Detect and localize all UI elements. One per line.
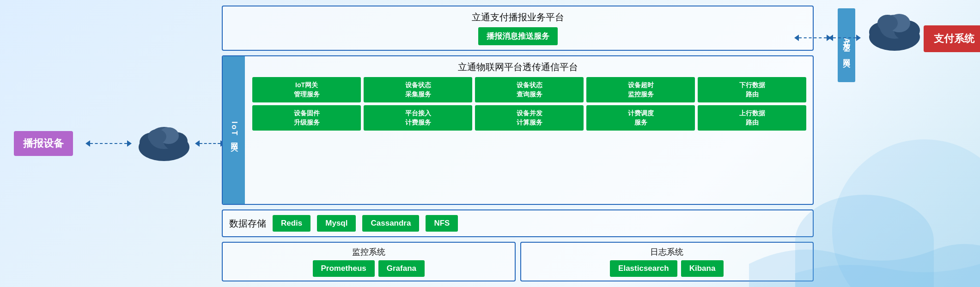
monitoring-box: 监控系统 Prometheus Grafana <box>222 242 516 281</box>
storage-cassandra: Cassandra <box>362 215 419 232</box>
arrow-platform-api <box>794 35 831 41</box>
arrow-device-cloud <box>85 140 132 147</box>
service-device-state-collect: 设备状态采集服务 <box>364 77 472 102</box>
service-uplink: 上行数据路由 <box>698 105 806 131</box>
main-container: 播报设备 立通支付播报业务平台 播报消息推送服务 立通物联网平台透 <box>0 0 980 287</box>
logging-elasticsearch: Elasticsearch <box>610 260 677 277</box>
logging-kibana: Kibana <box>681 260 724 277</box>
arrow-cloud-iot <box>195 140 225 147</box>
storage-mysql: Mysql <box>317 215 356 232</box>
logging-title: 日志系统 <box>527 246 808 257</box>
service-iot-mgmt: IoT网关管理服务 <box>252 77 361 102</box>
dashed-line-3 <box>799 37 827 38</box>
service-device-timeout: 设备超时监控服务 <box>586 77 695 102</box>
left-cloud <box>134 122 194 165</box>
right-cloud <box>864 9 925 57</box>
arrowhead-left-1 <box>85 140 90 147</box>
bottom-row: 监控系统 Prometheus Grafana 日志系统 Elasticsear… <box>222 242 814 281</box>
storage-nfs: NFS <box>426 215 458 232</box>
services-grid: IoT网关管理服务 设备状态采集服务 设备状态查询服务 设备超时监控服务 下行数… <box>252 77 806 131</box>
dashed-line-4 <box>833 37 856 38</box>
logging-box: 日志系统 Elasticsearch Kibana <box>520 242 814 281</box>
service-platform-billing: 平台接入计费服务 <box>364 105 472 131</box>
center-platforms: 立通支付播报业务平台 播报消息推送服务 立通物联网平台透传通信平台 IoT网关 … <box>222 6 814 281</box>
dashed-line-2 <box>200 143 220 144</box>
logging-buttons: Elasticsearch Kibana <box>527 260 808 277</box>
top-platform-box: 立通支付播报业务平台 播报消息推送服务 <box>222 6 814 51</box>
service-device-state-query: 设备状态查询服务 <box>475 77 584 102</box>
storage-title: 数据存储 <box>229 217 266 230</box>
arrowhead-right-4 <box>856 35 861 41</box>
monitoring-prometheus: Prometheus <box>313 260 375 277</box>
payment-box: 支付系统 <box>924 25 980 52</box>
api-gateway-box: 开放API网关 <box>838 8 855 82</box>
arrowhead-left-3 <box>794 35 799 41</box>
dashed-line-1 <box>90 143 127 144</box>
arrowhead-left-4 <box>828 35 833 41</box>
middle-platform-title: 立通物联网平台透传通信平台 <box>229 61 806 73</box>
broadcast-service-btn: 播报消息推送服务 <box>478 27 558 45</box>
arrowhead-left-2 <box>195 140 200 147</box>
svg-point-11 <box>877 15 898 31</box>
arrowhead-right-1 <box>127 140 132 147</box>
left-section: 播报设备 <box>14 131 73 156</box>
monitoring-title: 监控系统 <box>228 246 509 257</box>
storage-redis: Redis <box>273 215 310 232</box>
service-concurrent: 设备并发计算服务 <box>475 105 584 131</box>
payment-section: 支付系统 <box>924 25 980 52</box>
top-platform-title: 立通支付播报业务平台 <box>472 11 564 24</box>
monitoring-grafana: Grafana <box>378 260 425 277</box>
middle-platform-box: 立通物联网平台透传通信平台 IoT网关 IoT网关管理服务 设备状态采集服务 设… <box>222 55 814 205</box>
storage-platform-box: 数据存储 Redis Mysql Cassandra NFS <box>222 209 814 237</box>
arrow-api-cloud <box>828 35 861 41</box>
iot-gateway-label: IoT网关 <box>223 56 245 204</box>
monitoring-buttons: Prometheus Grafana <box>228 260 509 277</box>
device-box: 播报设备 <box>14 131 73 156</box>
service-firmware: 设备固件升级服务 <box>252 105 361 131</box>
svg-point-5 <box>148 129 166 144</box>
service-billing-schedule: 计费调度服务 <box>586 105 695 131</box>
service-downlink: 下行数据路由 <box>698 77 806 102</box>
